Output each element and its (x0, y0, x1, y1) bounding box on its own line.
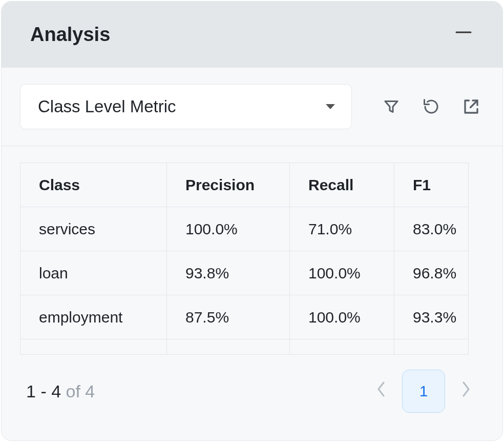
filter-icon (382, 97, 401, 116)
cell-class: loan (20, 251, 167, 295)
cell-precision: 87.5% (167, 295, 290, 339)
toolbar: Class Level Metric (2, 68, 502, 146)
table-row[interactable]: services 100.0% 71.0% 83.0% (20, 207, 469, 251)
cell-recall: 100.0% (290, 295, 394, 339)
range-end: 4 (51, 381, 61, 401)
header-recall[interactable]: Recall (290, 163, 394, 207)
cell-f1: 83.0% (394, 207, 469, 251)
next-page-button[interactable] (456, 378, 476, 405)
header-precision[interactable]: Precision (167, 163, 290, 207)
range-start: 1 (26, 381, 36, 401)
table-row[interactable] (20, 339, 469, 355)
pagination-bar: 1 - 4 of 4 1 (2, 356, 502, 413)
cell-class: services (20, 207, 167, 251)
cell-precision: 93.8% (167, 251, 290, 295)
prev-page-button[interactable] (371, 378, 391, 405)
chevron-right-icon (460, 380, 472, 398)
cell-f1: 96.8% (394, 251, 469, 295)
table-row[interactable]: employment 87.5% 100.0% 93.3% (20, 295, 469, 339)
table-row[interactable]: loan 93.8% 100.0% 96.8% (20, 251, 469, 295)
page-number-current[interactable]: 1 (402, 370, 445, 413)
panel-header: Analysis (2, 2, 502, 68)
metrics-table: Class Precision Recall F1 services 100.0… (20, 163, 469, 355)
caret-down-icon (326, 104, 335, 109)
table-header-row: Class Precision Recall F1 (20, 163, 469, 207)
of-word: of (66, 381, 80, 401)
chevron-left-icon (375, 380, 387, 398)
export-button[interactable] (461, 94, 481, 119)
analysis-panel: Analysis Class Level Metric (1, 1, 503, 441)
export-icon (462, 97, 480, 116)
refresh-icon (422, 97, 440, 116)
table-scroll[interactable]: Class Precision Recall F1 services 100.0… (20, 163, 481, 356)
table-container: Class Precision Recall F1 services 100.0… (20, 163, 481, 356)
metric-dropdown[interactable]: Class Level Metric (20, 84, 352, 129)
refresh-button[interactable] (422, 94, 441, 119)
svg-line-1 (471, 100, 478, 108)
cell-recall: 100.0% (290, 251, 394, 295)
panel-title: Analysis (30, 24, 110, 46)
pager: 1 (371, 370, 476, 413)
pagination-range: 1 - 4 of 4 (26, 381, 95, 401)
cell-recall: 71.0% (290, 207, 394, 251)
dropdown-label: Class Level Metric (38, 97, 176, 116)
collapse-button[interactable] (449, 22, 478, 47)
filter-button[interactable] (382, 94, 401, 119)
cell-class: employment (20, 295, 167, 339)
cell-f1: 93.3% (394, 295, 469, 339)
header-class[interactable]: Class (20, 163, 167, 207)
cell-precision: 100.0% (167, 207, 290, 251)
header-f1[interactable]: F1 (394, 163, 469, 207)
range-total: 4 (85, 381, 95, 401)
